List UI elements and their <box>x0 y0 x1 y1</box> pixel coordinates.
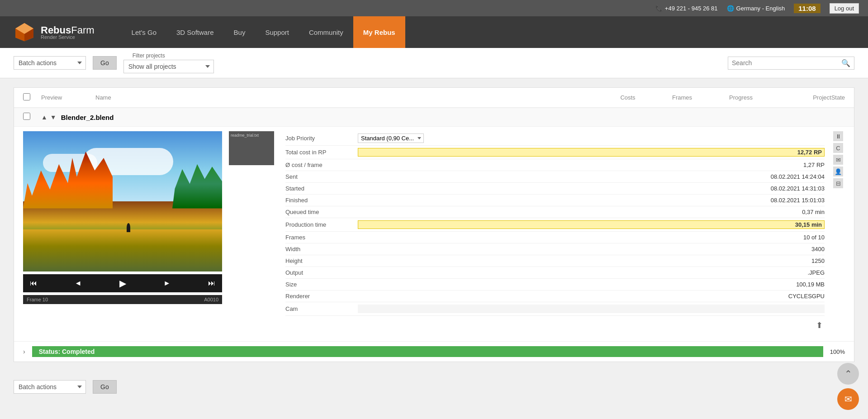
jobs-table: Preview Name Costs Frames Progress Proje… <box>14 87 854 362</box>
cam-row: Cam <box>285 302 825 316</box>
user-button[interactable]: 👤 <box>833 167 843 176</box>
job-title: Blender_2.blend <box>61 114 114 121</box>
table-header: Preview Name Costs Frames Progress Proje… <box>14 88 854 108</box>
nav-3d-software[interactable]: 3D Software <box>166 16 224 48</box>
cam-input[interactable] <box>358 305 825 313</box>
finished-value: 08.02.2021 15:01:03 <box>358 197 825 204</box>
play-button[interactable]: ▶ <box>119 278 126 289</box>
select-all-checkbox[interactable] <box>23 93 30 100</box>
skip-end-button[interactable]: ⏭ <box>208 279 215 287</box>
search-wrap: 🔍 <box>728 57 854 70</box>
scroll-up-button[interactable]: ⌃ <box>837 363 859 385</box>
skip-start-button[interactable]: ⏮ <box>30 279 37 287</box>
next-frame-button[interactable]: ► <box>163 279 171 287</box>
nav-buy[interactable]: Buy <box>224 16 256 48</box>
main-nav: RebusFarm Render Service Let's Go 3D Sof… <box>0 16 868 48</box>
bottom-go-button[interactable]: Go <box>93 380 117 394</box>
job-sort-arrows: ▲ ▼ <box>41 114 57 121</box>
production-row: Production time 30,15 min <box>285 218 825 232</box>
search-input[interactable] <box>732 59 841 67</box>
expand-button[interactable]: › <box>23 348 25 355</box>
scroll-buttons: ⌃ ✉ <box>837 363 859 403</box>
status-percent: 100% <box>830 348 845 355</box>
avg-cost-value: 1,27 RP <box>358 162 825 168</box>
header-preview: Preview <box>41 94 95 101</box>
finished-label: Finished <box>285 197 358 204</box>
priority-select[interactable]: Standard (0,90 Ce... <box>358 133 424 143</box>
copy-button[interactable]: C <box>833 143 843 153</box>
batch-actions-select[interactable]: Batch actions <box>14 56 86 70</box>
nav-community[interactable]: Community <box>299 16 353 48</box>
frames-value: 10 of 10 <box>358 234 825 241</box>
queued-row: Queued time 0,37 min <box>285 206 825 218</box>
foreground-layer <box>23 229 222 271</box>
globe-icon: 🌐 <box>727 5 734 12</box>
bottom-batch-actions-select[interactable]: Batch actions <box>14 380 86 394</box>
stack-button[interactable]: ⊟ <box>833 178 843 188</box>
frame-code: A0010 <box>204 297 218 302</box>
logo: RebusFarm Render Service <box>14 21 95 43</box>
frames-label: Frames <box>285 234 358 241</box>
queued-value: 0,37 min <box>358 209 825 215</box>
logo-text-area: RebusFarm Render Service <box>41 24 95 40</box>
frames-row: Frames 10 of 10 <box>285 232 825 243</box>
production-label: Production time <box>285 221 358 228</box>
total-cost-row: Total cost in RP 12,72 RP <box>285 146 825 159</box>
job-thumb-small: readme_trial.txt <box>229 131 274 165</box>
width-value: 3400 <box>358 246 825 252</box>
height-label: Height <box>285 257 358 264</box>
size-row: Size 100,19 MB <box>285 279 825 290</box>
height-row: Height 1250 <box>285 255 825 267</box>
output-value: .JPEG <box>358 269 825 276</box>
nav-my-rebus[interactable]: My Rebus <box>353 16 405 48</box>
pause-button[interactable]: ⏸ <box>833 131 843 141</box>
filter-label: Filter projects <box>133 52 214 59</box>
video-controls: ⏮ ◄ ▶ ► ⏭ <box>23 274 222 292</box>
header-state: ProjectState <box>773 94 845 101</box>
size-value: 100,19 MB <box>358 281 825 288</box>
job-side-actions: ⏸ C ✉ 👤 ⊟ <box>831 131 845 332</box>
job-row: ▲ ▼ Blender_2.blend <box>14 108 854 362</box>
priority-row: Job Priority Standard (0,90 Ce... <box>285 131 825 146</box>
move-up-button[interactable]: ▲ <box>41 114 47 121</box>
search-icon[interactable]: 🔍 <box>841 59 850 67</box>
header-frames: Frames <box>655 94 709 101</box>
renderer-row: Renderer CYCLESGPU <box>285 290 825 302</box>
started-label: Started <box>285 185 358 192</box>
bottom-toolbar: Batch actions Go <box>0 371 868 403</box>
prev-frame-button[interactable]: ◄ <box>75 279 82 287</box>
logout-button[interactable]: Log out <box>830 3 859 14</box>
width-label: Width <box>285 246 358 252</box>
nav-links: Let's Go 3D Software Buy Support Communi… <box>122 16 405 48</box>
filter-projects-wrap: Filter projects Show all projects <box>123 52 214 73</box>
size-label: Size <box>285 281 358 288</box>
logo-cube-icon <box>14 21 35 43</box>
go-button[interactable]: Go <box>93 56 117 70</box>
total-cost-label: Total cost in RP <box>285 149 358 156</box>
figure-element <box>127 223 130 232</box>
phone-number: +49 221 - 945 26 81 <box>665 5 718 12</box>
production-value: 30,15 min <box>358 220 825 229</box>
nav-support[interactable]: Support <box>255 16 299 48</box>
job-checkbox[interactable] <box>23 113 30 120</box>
filter-projects-select[interactable]: Show all projects <box>123 60 214 73</box>
job-preview-col: ⏮ ◄ ▶ ► ⏭ Frame 10 A0010 <box>23 131 222 332</box>
email-button[interactable]: ✉ <box>833 155 843 165</box>
language-label: Germany - English <box>736 5 785 12</box>
finished-row: Finished 08.02.2021 15:01:03 <box>285 195 825 206</box>
job-status-row: › Status: Completed 100% <box>14 341 854 362</box>
status-progress-bar: Status: Completed <box>32 346 823 357</box>
current-time: 11:08 <box>794 4 820 13</box>
upload-row: ⬆ <box>285 316 825 332</box>
nav-lets-go[interactable]: Let's Go <box>122 16 166 48</box>
small-thumb-area: readme_trial.txt <box>229 131 279 332</box>
priority-label: Job Priority <box>285 135 358 142</box>
message-button[interactable]: ✉ <box>837 388 859 403</box>
upload-button[interactable]: ⬆ <box>814 319 825 332</box>
sent-value: 08.02.2021 14:24:04 <box>358 173 825 180</box>
output-label: Output <box>285 269 358 276</box>
phone-info: 📞 +49 221 - 945 26 81 <box>655 5 718 12</box>
move-down-button[interactable]: ▼ <box>50 114 57 121</box>
header-costs: Costs <box>601 94 655 101</box>
width-row: Width 3400 <box>285 243 825 255</box>
